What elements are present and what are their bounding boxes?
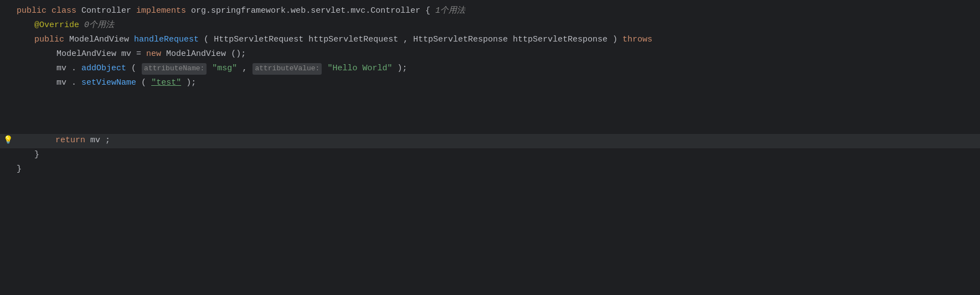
param-type-1: HttpServletRequest xyxy=(214,35,308,44)
package-name: org.springframework.web.servlet.mvc. xyxy=(191,6,370,15)
punct-semicolon: ; xyxy=(105,136,110,145)
punct-paren-close-2: ); xyxy=(397,64,407,73)
var-mv: mv xyxy=(121,49,136,59)
usage-hint-2: 0个用法 xyxy=(84,20,114,30)
code-content-2: @Override 0个用法 xyxy=(32,19,980,32)
string-test: "test" xyxy=(151,78,181,87)
keyword-new: new xyxy=(146,49,166,59)
method-setviewname: setViewName xyxy=(81,78,136,87)
punct-paren-close-3: ); xyxy=(186,78,196,87)
keyword-public: public xyxy=(17,6,51,15)
code-line-1: public class Controller implements org.s… xyxy=(0,4,980,19)
punct-dot-1: . xyxy=(71,64,76,73)
code-content-return: return mv ; xyxy=(16,134,980,147)
var-mv-return: mv xyxy=(90,136,100,145)
method-addobject: addObject xyxy=(81,64,126,73)
param-name-1: httpServletRequest xyxy=(308,35,398,44)
code-line-3: public ModelAndView handleRequest ( Http… xyxy=(0,33,980,48)
punct-paren-open-2: ( xyxy=(131,64,141,73)
code-content-5: mv . addObject ( attributeName: "msg" , … xyxy=(54,62,980,75)
usage-hint-1: 1个用法 xyxy=(435,6,465,15)
code-content-6: mv . setViewName ( "test" ); xyxy=(54,76,980,90)
class-name: Controller xyxy=(81,6,136,15)
var-mv-3: mv xyxy=(56,78,66,87)
punct-paren-open: ( xyxy=(204,35,209,44)
empty-line-1 xyxy=(0,91,980,105)
code-content-3: public ModelAndView handleRequest ( Http… xyxy=(32,33,980,46)
constructor-modelandview: ModelAndView xyxy=(166,49,226,59)
code-line-2: @Override 0个用法 xyxy=(0,19,980,33)
punct-brace: { xyxy=(425,6,435,15)
type-modelandview: ModelAndView xyxy=(56,49,121,59)
return-type: ModelAndView xyxy=(69,35,134,44)
string-hello-world: "Hello World" xyxy=(327,64,392,73)
param-type-2: HttpServletResponse xyxy=(413,35,513,44)
gutter-icon-bulb[interactable]: 💡 xyxy=(0,134,16,146)
keyword-class: class xyxy=(51,6,81,15)
code-content-4: ModelAndView mv = new ModelAndView (); xyxy=(54,48,980,61)
punct-paren-open-3: ( xyxy=(141,78,146,87)
punct-close-method: } xyxy=(34,150,39,159)
code-content-1: public class Controller implements org.s… xyxy=(14,4,980,18)
punct-constructor-parens: (); xyxy=(231,49,246,59)
empty-line-2 xyxy=(0,105,980,120)
punct-dot-2: . xyxy=(71,78,76,87)
var-mv-2: mv xyxy=(56,64,66,73)
param-hint-attributename: attributeName: xyxy=(142,63,207,75)
param-hint-attributevalue: attributeValue: xyxy=(252,63,322,75)
punct-comma: , xyxy=(403,35,413,44)
code-line-4: ModelAndView mv = new ModelAndView (); xyxy=(0,48,980,62)
interface-controller: Controller xyxy=(370,6,420,15)
code-line-return: 💡 return mv ; xyxy=(0,134,980,148)
keyword-implements: implements xyxy=(136,6,191,15)
punct-comma-2: , xyxy=(242,64,252,73)
punct-paren-close: ) xyxy=(612,35,622,44)
code-line-5: mv . addObject ( attributeName: "msg" , … xyxy=(0,62,980,76)
code-content-close-class: } xyxy=(14,163,980,176)
keyword-throws: throws xyxy=(622,35,652,44)
keyword-return: return xyxy=(55,136,90,145)
keyword-public-2: public xyxy=(34,35,69,44)
code-content-close-method: } xyxy=(32,148,980,162)
string-msg: "msg" xyxy=(212,64,237,73)
code-editor: public class Controller implements org.s… xyxy=(0,0,980,295)
code-line-6: mv . setViewName ( "test" ); xyxy=(0,76,980,91)
punct-assign: = xyxy=(136,49,146,59)
annotation-override: @Override xyxy=(34,20,79,30)
code-line-close-class: } xyxy=(0,163,980,177)
param-name-2: httpServletResponse xyxy=(513,35,607,44)
punct-close-class: } xyxy=(17,164,22,174)
empty-line-3 xyxy=(0,120,980,134)
method-name: handleRequest xyxy=(134,35,199,44)
bulb-icon[interactable]: 💡 xyxy=(3,134,13,146)
code-line-close-method: } xyxy=(0,148,980,163)
